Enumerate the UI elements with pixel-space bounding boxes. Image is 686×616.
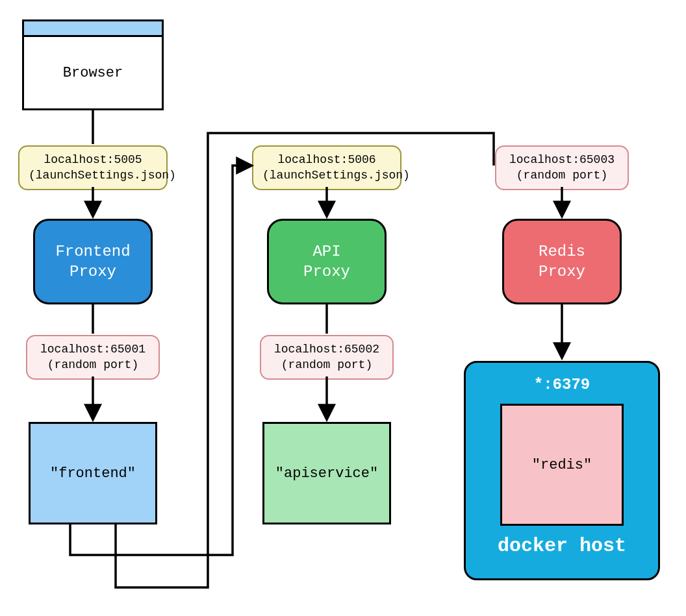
browser-titlebar [24, 21, 162, 37]
api-internal-label: localhost:65002 (random port) [260, 335, 394, 380]
api-proxy-box: API Proxy [267, 219, 387, 304]
browser-node: Browser [22, 19, 164, 110]
redis-service-box: "redis" [500, 404, 624, 526]
frontend-internal-label: localhost:65001 (random port) [26, 335, 160, 380]
frontend-proxy-box: Frontend Proxy [33, 219, 153, 304]
architecture-diagram: Browser localhost:5005 (launchSettings.j… [0, 0, 686, 616]
docker-port-label: *:6379 [534, 376, 590, 393]
frontend-port-label: localhost:5005 (launchSettings.json) [18, 145, 168, 190]
api-port-label: localhost:5006 (launchSettings.json) [252, 145, 401, 190]
frontend-service-box: "frontend" [29, 422, 157, 524]
redis-proxy-box: Redis Proxy [502, 219, 622, 304]
redis-port-label: localhost:65003 (random port) [495, 145, 629, 190]
docker-host-box: *:6379 "redis" docker host [464, 361, 660, 580]
browser-label: Browser [24, 37, 162, 108]
docker-host-label: docker host [498, 535, 626, 557]
apiservice-box: "apiservice" [262, 422, 391, 524]
